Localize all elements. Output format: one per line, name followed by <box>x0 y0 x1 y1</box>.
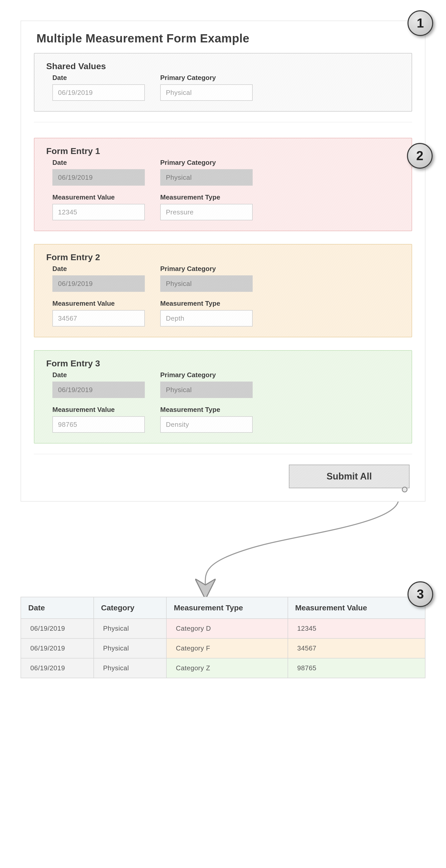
entry-3-type-input[interactable]: Density <box>160 416 253 433</box>
shared-date-input[interactable]: 06/19/2019 <box>53 84 145 101</box>
table-row: 06/19/2019 Physical Category F 34567 <box>21 639 425 658</box>
th-category: Category <box>94 597 167 619</box>
submit-all-button[interactable]: Submit All <box>289 465 410 488</box>
entry-1-date-input: 06/19/2019 <box>53 169 145 186</box>
entry-1-title: Form Entry 1 <box>46 146 401 156</box>
entry-1-type-input[interactable]: Pressure <box>160 204 253 220</box>
table-row: 06/19/2019 Physical Category D 12345 <box>21 619 425 639</box>
entry-2-title: Form Entry 2 <box>46 252 401 262</box>
submit-all-label: Submit All <box>327 471 372 482</box>
form-card: Multiple Measurement Form Example Shared… <box>21 21 425 502</box>
entry-1-value-label: Measurement Value <box>53 193 145 201</box>
shared-date-label: Date <box>53 74 145 82</box>
th-date: Date <box>21 597 94 619</box>
entry-1-category-label: Primary Category <box>160 159 253 166</box>
shared-category-label: Primary Category <box>160 74 253 82</box>
cell-value: 34567 <box>288 639 425 658</box>
form-entry-1: Form Entry 1 Date 06/19/2019 Primary Cat… <box>34 138 412 231</box>
callout-badge-1: 1 <box>408 10 433 36</box>
entry-2-type-label: Measurement Type <box>160 300 253 308</box>
cell-value: 12345 <box>288 619 425 639</box>
entry-3-category-input: Physical <box>160 381 253 398</box>
cell-date: 06/19/2019 <box>21 639 94 658</box>
form-entry-3: Form Entry 3 Date 06/19/2019 Primary Cat… <box>34 350 412 443</box>
cell-date: 06/19/2019 <box>21 619 94 639</box>
entry-3-date-label: Date <box>53 371 145 379</box>
callout-badge-3: 3 <box>408 581 433 607</box>
shared-category-input[interactable]: Physical <box>160 84 253 101</box>
entry-2-value-label: Measurement Value <box>53 300 145 308</box>
table-row: 06/19/2019 Physical Category Z 98765 <box>21 658 425 678</box>
entry-2-date-label: Date <box>53 265 145 273</box>
table-header-row: Date Category Measurement Type Measureme… <box>21 597 425 619</box>
entry-2-category-input: Physical <box>160 275 253 292</box>
entry-1-type-label: Measurement Type <box>160 193 253 201</box>
cell-type: Category D <box>166 619 288 639</box>
cell-date: 06/19/2019 <box>21 658 94 678</box>
entry-2-value-input[interactable]: 34567 <box>53 310 145 327</box>
flow-arrow <box>21 502 425 597</box>
page-title: Multiple Measurement Form Example <box>36 31 412 45</box>
cell-category: Physical <box>94 619 167 639</box>
entry-3-title: Form Entry 3 <box>46 359 401 368</box>
entry-2-type-input[interactable]: Depth <box>160 310 253 327</box>
cell-type: Category Z <box>166 658 288 678</box>
entry-2-category-label: Primary Category <box>160 265 253 273</box>
result-table: Date Category Measurement Type Measureme… <box>21 597 425 678</box>
entry-3-date-input: 06/19/2019 <box>53 381 145 398</box>
entry-1-date-label: Date <box>53 159 145 166</box>
shared-values-title: Shared Values <box>46 61 401 71</box>
form-entry-2: Form Entry 2 Date 06/19/2019 Primary Cat… <box>34 244 412 337</box>
entry-3-value-label: Measurement Value <box>53 406 145 414</box>
entry-3-value-input[interactable]: 98765 <box>53 416 145 433</box>
entry-3-type-label: Measurement Type <box>160 406 253 414</box>
cell-category: Physical <box>94 639 167 658</box>
entry-1-category-input: Physical <box>160 169 253 186</box>
callout-badge-2: 2 <box>407 143 433 169</box>
cell-value: 98765 <box>288 658 425 678</box>
arrow-origin-dot-icon <box>402 487 408 492</box>
cell-category: Physical <box>94 658 167 678</box>
entry-1-value-input[interactable]: 12345 <box>53 204 145 220</box>
cell-type: Category F <box>166 639 288 658</box>
entry-3-category-label: Primary Category <box>160 371 253 379</box>
th-type: Measurement Type <box>166 597 288 619</box>
entry-2-date-input: 06/19/2019 <box>53 275 145 292</box>
shared-values-section: Shared Values Date 06/19/2019 Primary Ca… <box>34 53 412 112</box>
th-value: Measurement Value <box>288 597 425 619</box>
